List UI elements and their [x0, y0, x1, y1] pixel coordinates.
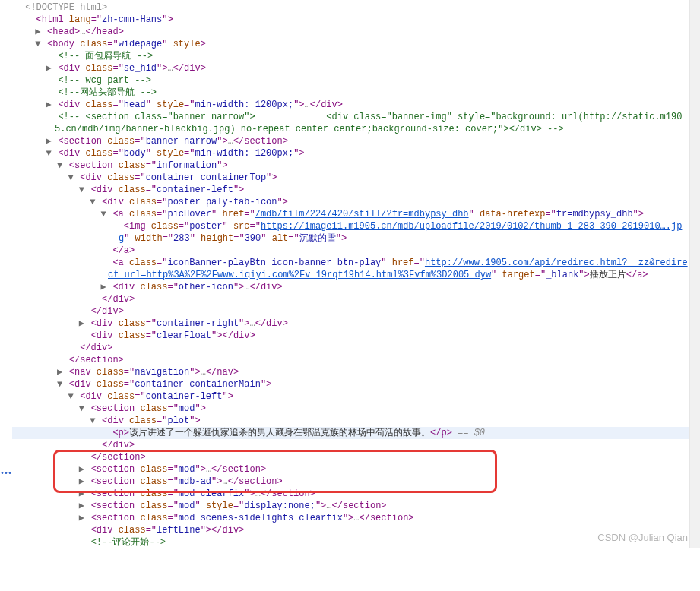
collapse-icon[interactable]: ▼ — [89, 415, 97, 427]
toggle-spacer — [78, 536, 85, 548]
source-line[interactable]: ▶ <div class="container-right">…</div> — [12, 318, 700, 330]
source-line[interactable]: ▼ <body class="widepage" style> — [12, 38, 700, 50]
toggle-spacer — [78, 451, 85, 463]
source-line[interactable]: ▼ <div class="body" style="min-width: 12… — [12, 147, 700, 160]
toggle-spacer — [45, 87, 52, 99]
expand-icon[interactable]: ▶ — [34, 26, 42, 38]
toggle-spacer — [45, 50, 52, 62]
gutter-marker: ••• — [0, 468, 11, 480]
expand-icon[interactable]: ▶ — [45, 62, 52, 74]
collapse-icon[interactable]: ▼ — [34, 38, 42, 50]
expand-icon[interactable]: ▶ — [45, 135, 52, 147]
collapse-icon[interactable]: ▼ — [78, 184, 85, 196]
expand-icon[interactable]: ▶ — [78, 500, 85, 512]
source-line[interactable]: ▼ <div class="poster paly-tab-icon"> — [12, 196, 700, 208]
source-line[interactable]: <!-- <section class="banner narrow"> <di… — [12, 111, 689, 135]
source-line[interactable]: ▼ <div class="container containerTop"> — [12, 172, 700, 184]
source-line[interactable]: ▶ <nav class="navigation">…</nav> — [12, 366, 700, 378]
toggle-spacer — [78, 305, 85, 318]
source-line[interactable]: </a> — [12, 245, 700, 257]
source-line[interactable]: ▶ <div class="head" style="min-width: 12… — [12, 99, 700, 111]
source-line[interactable]: ▼ <div class="container containerMain"> — [12, 378, 700, 390]
source-line[interactable]: <!--网站头部导航 --> — [12, 87, 700, 99]
expand-icon[interactable]: ▶ — [78, 463, 85, 476]
source-line[interactable]: ▶ <head>…</head> — [12, 26, 700, 38]
source-line[interactable]: <html lang="zh-cmn-Hans"> — [12, 14, 700, 26]
source-line[interactable]: <!-- 面包屑导航 --> — [12, 50, 700, 62]
expand-icon[interactable]: ▶ — [56, 366, 64, 378]
toggle-spacer — [89, 293, 97, 305]
expand-icon[interactable]: ▶ — [45, 99, 52, 111]
scrollbar-vertical[interactable] — [689, 0, 700, 548]
toggle-spacer — [100, 245, 107, 257]
source-line[interactable]: </div> — [12, 305, 700, 318]
source-line[interactable]: </div> — [12, 342, 700, 354]
toggle-spacer — [56, 354, 64, 366]
source-line[interactable]: </section> — [12, 354, 700, 366]
toggle-spacer — [111, 220, 119, 232]
source-line[interactable]: ▶ <section class="mod" style="display:no… — [12, 500, 700, 512]
source-line[interactable]: ▶ <div class="se_hid">…</div> — [12, 62, 700, 74]
source-line[interactable]: ▶ <section class="mod">…</section> — [12, 463, 700, 476]
collapse-icon[interactable]: ▼ — [45, 147, 52, 160]
toggle-spacer — [100, 427, 107, 439]
source-line[interactable]: </section> — [12, 451, 700, 463]
source-line[interactable]: <div class="leftLine"></div> — [12, 524, 700, 536]
elements-panel[interactable]: <!DOCTYPE html> <html lang="zh-cmn-Hans"… — [0, 0, 700, 548]
href-link[interactable]: /mdb/film/2247420/still/?fr=mdbypsy_dhb — [255, 209, 469, 220]
collapse-icon[interactable]: ▼ — [67, 390, 74, 403]
source-line[interactable]: ▼ <div class="container-left"> — [12, 390, 700, 403]
toggle-spacer — [45, 74, 52, 87]
collapse-icon[interactable]: ▼ — [78, 403, 85, 415]
collapse-icon[interactable]: ▼ — [100, 208, 107, 220]
source-line[interactable]: ▼ <div class="plot"> — [12, 415, 700, 427]
source-line[interactable]: ▼ <section class="information"> — [12, 160, 700, 172]
source-line[interactable]: ▼ <a class="picHover" href="/mdb/film/22… — [12, 208, 700, 220]
source-line[interactable]: <!--评论开始--> — [12, 536, 700, 548]
toggle-spacer — [67, 342, 74, 354]
source-line[interactable]: <img class="poster" src="https://image11… — [12, 220, 689, 245]
toggle-spacer — [100, 257, 107, 269]
source-line[interactable]: ▶ <section class="mod scenes-sidelights … — [12, 512, 700, 524]
source-line[interactable]: <a class="iconBanner-playBtn icon-banner… — [12, 257, 689, 281]
toggle-spacer — [78, 330, 85, 342]
source-line[interactable]: <!DOCTYPE html> — [12, 2, 700, 14]
collapse-icon[interactable]: ▼ — [89, 196, 97, 208]
source-line[interactable]: ▶ <div class="other-icon">…</div> — [12, 281, 700, 293]
expand-icon[interactable]: ▶ — [78, 512, 85, 524]
toggle-spacer — [45, 111, 52, 123]
toggle-spacer — [23, 14, 30, 26]
collapse-icon[interactable]: ▼ — [56, 160, 64, 172]
source-line[interactable]: <div class="clearFloat"></div> — [12, 330, 700, 342]
expand-icon[interactable]: ▶ — [78, 488, 85, 500]
source-line[interactable]: <!-- wcg part --> — [12, 74, 700, 87]
toggle-spacer — [78, 524, 85, 536]
toggle-spacer — [12, 2, 20, 14]
source-line[interactable]: ▼ <section class="mod"> — [12, 403, 700, 415]
expand-icon[interactable]: ▶ — [78, 318, 85, 330]
expand-icon[interactable]: ▶ — [78, 476, 85, 488]
watermark: CSDN @Julian Qian — [597, 532, 688, 544]
source-line[interactable]: ▼ <div class="container-left"> — [12, 184, 700, 196]
source-line[interactable]: ▶ <section class="mdb-ad">…</section> — [12, 476, 700, 488]
source-line[interactable]: ▶ <section class="mod clearfix">…</secti… — [12, 488, 700, 500]
source-line[interactable]: </div> — [12, 439, 700, 451]
collapse-icon[interactable]: ▼ — [56, 378, 64, 390]
selection-marker: == $0 — [452, 428, 485, 438]
source-line[interactable]: </div> — [12, 293, 700, 305]
source-line[interactable]: ▶ <section class="banner narrow">…</sect… — [12, 135, 700, 147]
expand-icon[interactable]: ▶ — [100, 281, 107, 293]
collapse-icon[interactable]: ▼ — [67, 172, 74, 184]
toggle-spacer — [89, 439, 97, 451]
source-line[interactable]: <p>该片讲述了一个躲避仇家追杀的男人藏身在鄂温克族的林场中苟活的故事。</p>… — [12, 427, 700, 439]
